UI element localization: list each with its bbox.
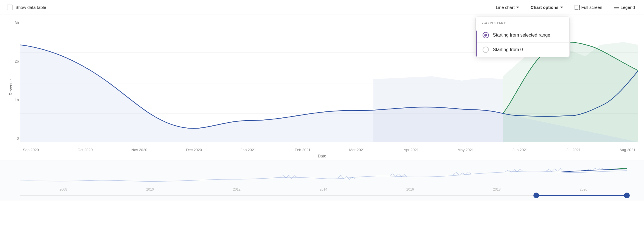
slider-range [536, 195, 627, 196]
x-label-sep2020: Sep 2020 [23, 148, 39, 152]
toolbar-right: Line chart Chart options [493, 4, 637, 11]
chart-options-panel: Y-AXIS START Starting from selected rang… [475, 17, 570, 57]
show-data-label: Show data table [15, 5, 46, 10]
y-label-2b: 2b [15, 59, 19, 63]
option-from-zero-label: Starting from 0 [493, 47, 523, 52]
x-label-mar2021: Mar 2021 [349, 148, 365, 152]
line-chart-button[interactable]: Line chart [493, 4, 521, 11]
x-label-nov2020: Nov 2020 [131, 148, 147, 152]
navigator-year-labels: 2008 2010 2012 2014 2016 2018 2020 [20, 187, 627, 191]
y-label-0: 0 [17, 136, 19, 141]
navigator-svg [20, 164, 627, 185]
radio-from-zero[interactable] [483, 47, 489, 53]
x-label-oct2020: Oct 2020 [77, 148, 93, 152]
y-axis-labels: 3b 2b 1b 0 [8, 21, 19, 141]
toolbar-left: Show data table [7, 5, 46, 10]
x-label-dec2020: Dec 2020 [186, 148, 202, 152]
line-chart-label: Line chart [496, 5, 515, 10]
nav-label-2014: 2014 [320, 187, 327, 191]
x-label-feb2021: Feb 2021 [295, 148, 311, 152]
x-axis-title: Date [0, 154, 644, 158]
slider-track [20, 195, 627, 196]
nav-label-2018: 2018 [493, 187, 501, 191]
fullscreen-label: Full screen [581, 5, 602, 10]
fullscreen-icon [575, 5, 580, 10]
slider-handle-left[interactable] [533, 193, 539, 198]
nav-label-2010: 2010 [146, 187, 154, 191]
x-label-aug2021: Aug 2021 [619, 148, 635, 152]
y-label-3b: 3b [15, 21, 19, 25]
panel-option-from-zero[interactable]: Starting from 0 [476, 42, 569, 57]
nav-label-2020: 2020 [580, 187, 587, 191]
fullscreen-button[interactable]: Full screen [572, 4, 605, 11]
panel-option-selected-range[interactable]: Starting from selected range [476, 28, 569, 42]
slider-container [20, 193, 627, 198]
option-selected-range-label: Starting from selected range [493, 33, 550, 38]
x-label-jan2021: Jan 2021 [241, 148, 256, 152]
chart-options-button[interactable]: Chart options [528, 4, 565, 11]
chart-options-label: Chart options [531, 5, 559, 10]
show-data-checkbox[interactable] [7, 5, 13, 10]
legend-label: Legend [621, 5, 635, 10]
svg-rect-0 [575, 5, 579, 10]
x-axis-labels: Sep 2020 Oct 2020 Nov 2020 Dec 2020 Jan … [20, 148, 638, 152]
panel-header: Y-AXIS START [476, 17, 569, 28]
radio-selected-range[interactable] [483, 32, 489, 38]
nav-label-2008: 2008 [59, 187, 67, 191]
chart-options-chevron-icon [560, 7, 563, 8]
x-label-apr2021: Apr 2021 [404, 148, 419, 152]
legend-icon [614, 5, 619, 9]
panel-accent-bar [476, 31, 477, 57]
nav-label-2016: 2016 [406, 187, 414, 191]
nav-label-2012: 2012 [233, 187, 241, 191]
x-label-may2021: May 2021 [457, 148, 474, 152]
y-label-1b: 1b [15, 98, 19, 102]
x-label-jun2021: Jun 2021 [513, 148, 528, 152]
line-chart-chevron-icon [516, 7, 519, 8]
legend-button[interactable]: Legend [611, 4, 637, 11]
navigator: 2008 2010 2012 2014 2016 2018 2020 [0, 161, 644, 201]
slider-handle-right[interactable] [624, 193, 630, 198]
toolbar: Show data table Line chart Chart options [0, 0, 644, 15]
x-label-jul2021: Jul 2021 [567, 148, 581, 152]
